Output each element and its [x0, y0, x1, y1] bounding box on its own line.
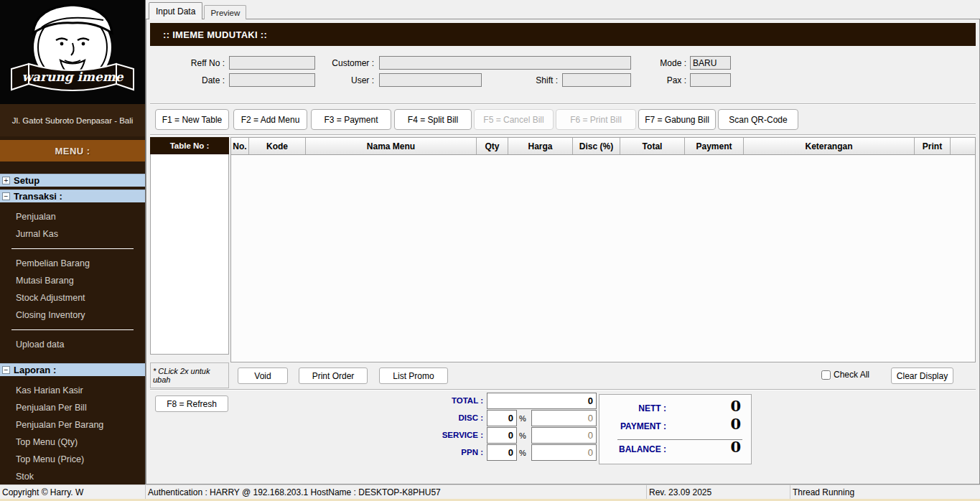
- pax-field[interactable]: [690, 73, 731, 87]
- f1-new-table-button[interactable]: F1 = New Table: [155, 109, 229, 130]
- sidebar-item-stok[interactable]: Stok: [0, 468, 145, 484]
- column-header-disc[interactable]: Disc (%): [573, 138, 620, 154]
- column-header-kode[interactable]: Kode: [249, 138, 306, 154]
- sidebar-item-pembelian-barang[interactable]: Pembelian Barang: [0, 255, 145, 272]
- sidebar-item-stock-adjustment[interactable]: Stock Adjustment: [0, 289, 145, 306]
- sidebar-item-penjualan-per-bill[interactable]: Penjualan Per Bill: [0, 399, 145, 416]
- disc-percent-sign: %: [519, 414, 526, 423]
- table-no-header: Table No :: [150, 137, 229, 154]
- balance-label: BALANCE :: [599, 444, 666, 454]
- scan-qr-code-button[interactable]: Scan QR-Code: [718, 109, 798, 130]
- list-promo-button[interactable]: List Promo: [379, 367, 448, 384]
- app-window: warung imeme Jl. Gatot Subroto Denpasar …: [0, 0, 980, 484]
- f8-refresh-button[interactable]: F8 = Refresh: [155, 395, 228, 412]
- disc-value-field[interactable]: [531, 410, 597, 426]
- order-grid-body[interactable]: [231, 155, 975, 362]
- customer-field[interactable]: [379, 56, 631, 70]
- logo-illustration: warung imeme: [0, 0, 146, 104]
- authentication-text: Authentication : HARRY @ 192.168.203.1 H…: [146, 485, 647, 499]
- disc-label: DISC :: [411, 413, 483, 422]
- order-grid-header: No. Kode Nama Menu Qty Harga Disc (%) To…: [231, 138, 975, 155]
- status-bar: Copyright © Harry. W Authentication : HA…: [0, 484, 980, 501]
- section-label-setup: Setup: [14, 175, 39, 186]
- reff-no-label: Reff No :: [150, 58, 225, 68]
- sidebar-section-setup[interactable]: + Setup: [0, 174, 145, 187]
- balance-divider: [617, 439, 742, 440]
- payment-value: 0: [730, 415, 741, 433]
- sidebar-item-top-menu-qty[interactable]: Top Menu (Qty): [0, 434, 145, 451]
- page-title: :: IMEME MUDUTAKI ::: [150, 23, 976, 46]
- ppn-value-field[interactable]: [531, 444, 597, 461]
- f5-cancel-bill-button[interactable]: F5 = Cancel Bill: [474, 109, 554, 130]
- sidebar-item-upload-data[interactable]: Upload data: [0, 336, 145, 353]
- logo-text: warung imeme: [22, 70, 123, 84]
- menu-title: MENU :: [0, 140, 145, 161]
- sidebar-item-top-menu-price[interactable]: Top Menu (Price): [0, 451, 145, 468]
- warung-imeme-logo: warung imeme: [0, 0, 145, 104]
- customer-label: Customer :: [294, 58, 374, 68]
- print-order-button[interactable]: Print Order: [299, 367, 368, 384]
- collapse-icon[interactable]: −: [2, 366, 10, 374]
- column-header-no[interactable]: No.: [231, 138, 249, 154]
- service-percent-field[interactable]: [487, 427, 517, 444]
- address-text: Jl. Gatot Subroto Denpasar - Bali: [0, 104, 145, 136]
- function-toolbar: F1 = New Table F2 = Add Menu F3 = Paymen…: [150, 103, 976, 134]
- transaksi-items: Penjualan Jurnal Kas Pembelian Barang Mu…: [0, 202, 145, 356]
- menu-divider: [11, 329, 134, 330]
- column-header-total[interactable]: Total: [620, 138, 685, 154]
- sidebar: warung imeme Jl. Gatot Subroto Denpasar …: [0, 0, 146, 484]
- user-label: User :: [294, 75, 374, 85]
- tabstrip: Input Data Preview: [146, 0, 980, 19]
- laporan-items: Kas Harian Kasir Penjualan Per Bill Penj…: [0, 376, 145, 484]
- sidebar-item-jurnal-kas[interactable]: Jurnal Kas: [0, 225, 145, 243]
- nett-summary-box: NETT : 0 PAYMENT : 0 BALANCE : 0: [599, 394, 752, 464]
- sidebar-item-penjualan-per-barang[interactable]: Penjualan Per Barang: [0, 416, 145, 434]
- sidebar-item-mutasi-barang[interactable]: Mutasi Barang: [0, 272, 145, 289]
- mode-label: Mode :: [613, 58, 686, 68]
- clear-display-button[interactable]: Clear Display: [891, 367, 953, 384]
- tab-preview[interactable]: Preview: [204, 5, 246, 19]
- sidebar-section-laporan[interactable]: − Laporan :: [0, 363, 145, 376]
- f2-add-menu-button[interactable]: F2 = Add Menu: [233, 109, 307, 130]
- disc-percent-field[interactable]: [487, 410, 517, 426]
- column-header-payment[interactable]: Payment: [685, 138, 744, 154]
- service-value-field[interactable]: [531, 427, 597, 444]
- column-header-qty[interactable]: Qty: [477, 138, 508, 154]
- check-all-control[interactable]: Check All: [821, 370, 869, 380]
- mode-field[interactable]: [690, 56, 731, 70]
- revision-text: Rev. 23.09 2025: [647, 485, 790, 499]
- void-button[interactable]: Void: [238, 367, 288, 384]
- column-header-nama-menu[interactable]: Nama Menu: [306, 138, 477, 154]
- check-all-label: Check All: [834, 370, 869, 380]
- column-header-print[interactable]: Print: [915, 138, 951, 154]
- thread-status-text: Thread Running: [790, 485, 980, 499]
- menu-divider: [11, 248, 134, 249]
- pax-label: Pax :: [613, 75, 686, 85]
- f4-split-bill-button[interactable]: F4 = Split Bill: [394, 109, 472, 130]
- ppn-label: PPN :: [411, 448, 483, 456]
- table-no-list[interactable]: [150, 154, 229, 355]
- service-label: SERVICE :: [411, 431, 483, 439]
- input-data-panel: :: IMEME MUDUTAKI :: Reff No : Customer …: [146, 19, 980, 484]
- f6-print-bill-button[interactable]: F6 = Print Bill: [556, 109, 636, 130]
- f3-payment-button[interactable]: F3 = Payment: [311, 109, 391, 130]
- table-no-panel: Table No :: [150, 137, 229, 362]
- total-field[interactable]: [487, 393, 597, 409]
- ppn-percent-field[interactable]: [487, 444, 517, 461]
- sidebar-section-transaksi[interactable]: − Transaksi :: [0, 189, 145, 202]
- tab-input-data[interactable]: Input Data: [149, 2, 202, 19]
- column-header-keterangan[interactable]: Keterangan: [744, 138, 915, 154]
- sidebar-item-kas-harian-kasir[interactable]: Kas Harian Kasir: [0, 382, 145, 399]
- collapse-icon[interactable]: −: [2, 192, 10, 200]
- shift-label: Shift :: [487, 75, 558, 85]
- column-header-harga[interactable]: Harga: [508, 138, 573, 154]
- expand-icon[interactable]: +: [2, 177, 10, 184]
- section-label-transaksi: Transaksi :: [14, 191, 62, 202]
- check-all-checkbox[interactable]: [821, 370, 831, 380]
- sidebar-item-closing-inventory[interactable]: Closing Inventory: [0, 306, 145, 324]
- user-field[interactable]: [379, 73, 482, 87]
- total-label: TOTAL :: [411, 396, 483, 405]
- f7-gabung-bill-button[interactable]: F7 = Gabung Bill: [638, 109, 716, 130]
- ppn-percent-sign: %: [519, 449, 526, 457]
- sidebar-item-penjualan[interactable]: Penjualan: [0, 208, 145, 225]
